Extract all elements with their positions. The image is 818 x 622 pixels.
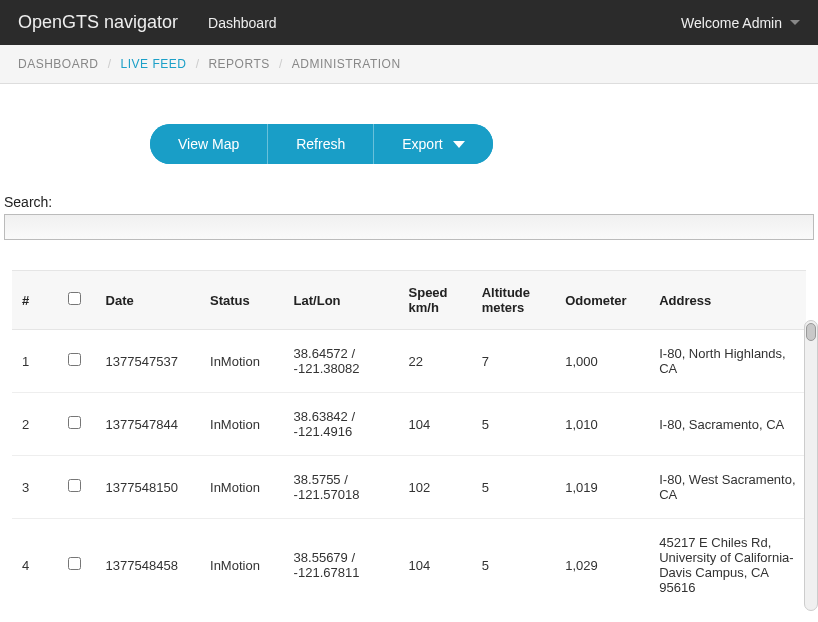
cell-altitude: 7 <box>472 330 556 393</box>
col-header-address[interactable]: Address <box>649 271 806 330</box>
scrollbar-thumb[interactable] <box>806 323 816 341</box>
cell-check <box>54 456 96 519</box>
breadcrumb-sep: / <box>279 57 282 71</box>
main-content: View Map Refresh Export Search: # Date S… <box>0 84 818 622</box>
cell-latlon: 38.63842 / -121.4916 <box>284 393 399 456</box>
cell-odometer: 1,010 <box>555 393 649 456</box>
cell-date: 1377548458 <box>96 519 200 612</box>
chevron-down-icon <box>790 20 800 25</box>
row-checkbox[interactable] <box>68 416 81 429</box>
user-menu[interactable]: Welcome Admin <box>681 15 800 31</box>
select-all-checkbox[interactable] <box>68 292 81 305</box>
cell-status: InMotion <box>200 456 284 519</box>
alt-label-2: meters <box>482 300 546 315</box>
nav-dashboard[interactable]: Dashboard <box>208 15 277 31</box>
row-checkbox[interactable] <box>68 353 81 366</box>
cell-speed: 104 <box>399 519 472 612</box>
col-header-status[interactable]: Status <box>200 271 284 330</box>
export-label: Export <box>402 136 442 152</box>
cell-date: 1377547537 <box>96 330 200 393</box>
col-header-num[interactable]: # <box>12 271 54 330</box>
breadcrumb-sep: / <box>108 57 111 71</box>
export-button[interactable]: Export <box>373 124 492 164</box>
table-row: 31377548150InMotion38.5755 / -121.570181… <box>12 456 806 519</box>
cell-altitude: 5 <box>472 456 556 519</box>
topbar-left: OpenGTS navigator Dashboard <box>18 12 277 33</box>
table-wrap: # Date Status Lat/Lon Speed km/h Altitud… <box>0 270 818 611</box>
breadcrumb-reports[interactable]: REPORTS <box>208 57 269 71</box>
col-header-odometer[interactable]: Odometer <box>555 271 649 330</box>
action-button-group: View Map Refresh Export <box>150 124 493 164</box>
cell-latlon: 38.55679 / -121.67811 <box>284 519 399 612</box>
col-header-speed[interactable]: Speed km/h <box>399 271 472 330</box>
cell-speed: 104 <box>399 393 472 456</box>
speed-label-1: Speed <box>409 285 462 300</box>
cell-check <box>54 519 96 612</box>
col-header-check <box>54 271 96 330</box>
refresh-button[interactable]: Refresh <box>267 124 373 164</box>
search-section: Search: <box>0 194 818 240</box>
cell-latlon: 38.5755 / -121.57018 <box>284 456 399 519</box>
search-input[interactable] <box>4 214 814 240</box>
brand-title: OpenGTS navigator <box>18 12 178 33</box>
cell-num: 2 <box>12 393 54 456</box>
action-row: View Map Refresh Export <box>0 84 818 194</box>
speed-label-2: km/h <box>409 300 462 315</box>
cell-address: I-80, West Sacramento, CA <box>649 456 806 519</box>
cell-date: 1377548150 <box>96 456 200 519</box>
cell-status: InMotion <box>200 393 284 456</box>
col-header-date[interactable]: Date <box>96 271 200 330</box>
vertical-scrollbar[interactable] <box>804 320 818 611</box>
cell-odometer: 1,019 <box>555 456 649 519</box>
cell-address: I-80, Sacramento, CA <box>649 393 806 456</box>
breadcrumb-live-feed[interactable]: LIVE FEED <box>121 57 187 71</box>
cell-altitude: 5 <box>472 519 556 612</box>
cell-speed: 22 <box>399 330 472 393</box>
row-checkbox[interactable] <box>68 479 81 492</box>
cell-speed: 102 <box>399 456 472 519</box>
cell-num: 1 <box>12 330 54 393</box>
chevron-down-icon <box>453 141 465 148</box>
cell-status: InMotion <box>200 330 284 393</box>
topbar: OpenGTS navigator Dashboard Welcome Admi… <box>0 0 818 45</box>
data-table: # Date Status Lat/Lon Speed km/h Altitud… <box>12 270 806 611</box>
view-map-button[interactable]: View Map <box>150 124 267 164</box>
breadcrumb: DASHBOARD / LIVE FEED / REPORTS / ADMINI… <box>0 45 818 84</box>
cell-latlon: 38.64572 / -121.38082 <box>284 330 399 393</box>
cell-address: I-80, North Highlands, CA <box>649 330 806 393</box>
breadcrumb-sep: / <box>196 57 199 71</box>
cell-num: 4 <box>12 519 54 612</box>
cell-date: 1377547844 <box>96 393 200 456</box>
breadcrumb-dashboard[interactable]: DASHBOARD <box>18 57 99 71</box>
table-row: 41377548458InMotion38.55679 / -121.67811… <box>12 519 806 612</box>
cell-address: 45217 E Chiles Rd, University of Califor… <box>649 519 806 612</box>
welcome-text: Welcome Admin <box>681 15 782 31</box>
table-row: 11377547537InMotion38.64572 / -121.38082… <box>12 330 806 393</box>
alt-label-1: Altitude <box>482 285 546 300</box>
table-header-row: # Date Status Lat/Lon Speed km/h Altitud… <box>12 271 806 330</box>
cell-num: 3 <box>12 456 54 519</box>
table-row: 21377547844InMotion38.63842 / -121.49161… <box>12 393 806 456</box>
col-header-altitude[interactable]: Altitude meters <box>472 271 556 330</box>
breadcrumb-administration[interactable]: ADMINISTRATION <box>292 57 401 71</box>
col-header-latlon[interactable]: Lat/Lon <box>284 271 399 330</box>
search-label: Search: <box>4 194 814 210</box>
cell-odometer: 1,000 <box>555 330 649 393</box>
cell-check <box>54 393 96 456</box>
row-checkbox[interactable] <box>68 557 81 570</box>
cell-odometer: 1,029 <box>555 519 649 612</box>
cell-check <box>54 330 96 393</box>
cell-altitude: 5 <box>472 393 556 456</box>
cell-status: InMotion <box>200 519 284 612</box>
